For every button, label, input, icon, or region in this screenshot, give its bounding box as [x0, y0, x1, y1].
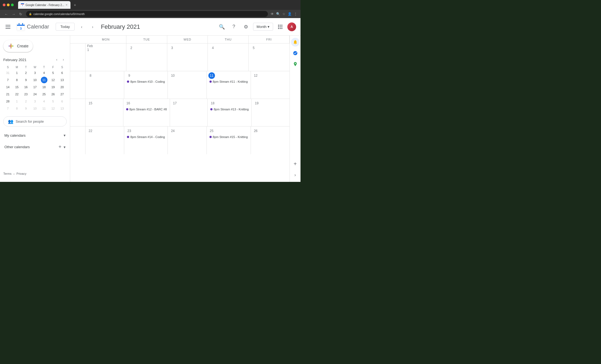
mini-day[interactable]: 8 — [14, 105, 20, 112]
day-number-11-today[interactable]: 11 — [208, 72, 215, 79]
view-selector[interactable]: Month ▾ — [253, 23, 273, 31]
day-number-4[interactable]: 4 — [209, 45, 216, 51]
mini-day[interactable]: 2 — [23, 98, 29, 105]
settings-button[interactable]: ⚙ — [241, 22, 251, 32]
cal-day-25[interactable]: 25 8pm Stream #15 - Knitting — [207, 127, 251, 154]
search-icon[interactable]: 🔍 — [276, 12, 280, 16]
cal-day-24[interactable]: 24 — [168, 127, 206, 154]
menu-icon[interactable]: ⋮ — [294, 12, 297, 16]
mini-day[interactable]: 7 — [5, 77, 11, 83]
cal-day-15[interactable]: 15 — [86, 99, 123, 126]
right-notifications-icon[interactable] — [291, 38, 300, 47]
cal-day-17[interactable]: 17 — [170, 99, 208, 126]
mini-day[interactable]: 13 — [59, 77, 66, 83]
cal-day-18[interactable]: 18 8pm Stream #13 - Knitting — [208, 99, 252, 126]
cal-day-2[interactable]: 2 — [126, 44, 167, 71]
cal-day-5[interactable]: 5 — [249, 44, 290, 71]
day-number-17[interactable]: 17 — [172, 100, 178, 107]
cal-day-11[interactable]: 11 8pm Stream #11 - Knitting — [207, 71, 251, 99]
mini-next-button[interactable]: › — [60, 56, 67, 63]
cal-day-8[interactable]: 8 — [86, 71, 124, 99]
mini-day[interactable]: 5 — [50, 98, 56, 105]
mini-day[interactable]: 12 — [50, 77, 56, 83]
day-number-3[interactable]: 3 — [169, 45, 175, 51]
event-stream14[interactable]: 8pm Stream #14 - Coding — [126, 135, 166, 139]
mini-day[interactable]: 31 — [5, 70, 11, 76]
search-button[interactable]: 🔍 — [217, 22, 227, 32]
mini-day[interactable]: 8 — [14, 77, 20, 83]
cal-day-4[interactable]: 4 — [208, 44, 249, 71]
mini-today[interactable]: 11 — [41, 77, 47, 83]
prev-month-button[interactable]: ‹ — [78, 23, 86, 31]
cal-day-9[interactable]: 9 8pm Stream #10 - Coding — [124, 71, 168, 99]
url-bar[interactable]: 🔒 calendar.google.com/calendar/u/0/r/mon… — [26, 11, 268, 17]
day-number-24[interactable]: 24 — [169, 128, 176, 134]
day-number-18[interactable]: 18 — [209, 100, 216, 107]
cal-day-10[interactable]: 10 — [168, 71, 206, 99]
other-calendars-header[interactable]: Other calendars + ▾ — [3, 142, 67, 152]
minimize-button[interactable] — [7, 4, 10, 6]
mini-day[interactable]: 28 — [5, 98, 11, 105]
cal-day-23[interactable]: 23 8pm Stream #14 - Coding — [124, 127, 168, 154]
new-tab-button[interactable]: + — [72, 3, 78, 7]
mini-day[interactable]: 3 — [32, 98, 38, 105]
event-stream12[interactable]: 8pm Stream #12 - BARC #8 — [125, 107, 168, 111]
close-button[interactable] — [3, 4, 5, 6]
mini-day[interactable]: 6 — [59, 70, 66, 76]
event-stream15[interactable]: 8pm Stream #15 - Knitting — [208, 135, 249, 139]
cal-day-22[interactable]: 22 — [86, 127, 124, 154]
next-month-button[interactable]: › — [89, 23, 97, 31]
right-tasks-icon[interactable] — [291, 49, 300, 58]
day-number-25[interactable]: 25 — [208, 128, 215, 134]
create-button[interactable]: Create — [3, 40, 33, 52]
mini-day[interactable]: 21 — [5, 91, 11, 98]
cal-day-12[interactable]: 12 — [251, 71, 290, 99]
my-calendars-header[interactable]: My calendars ▾ — [3, 131, 67, 140]
event-stream13[interactable]: 8pm Stream #13 - Knitting — [209, 107, 250, 111]
mini-day[interactable]: 9 — [23, 105, 29, 112]
mini-day[interactable]: 18 — [41, 84, 47, 90]
mini-day[interactable]: 1 — [14, 70, 20, 76]
right-expand-button[interactable]: › — [292, 170, 298, 180]
mini-prev-button[interactable]: ‹ — [53, 56, 60, 63]
apps-button[interactable] — [275, 22, 285, 32]
maximize-button[interactable] — [11, 4, 14, 6]
day-number-15[interactable]: 15 — [87, 100, 94, 107]
mini-day[interactable]: 6 — [59, 98, 66, 105]
mini-day[interactable]: 22 — [14, 91, 20, 98]
day-number-23[interactable]: 23 — [126, 128, 132, 134]
mini-day[interactable]: 12 — [50, 105, 56, 112]
mini-day[interactable]: 20 — [59, 84, 66, 90]
mini-day[interactable]: 25 — [41, 91, 47, 98]
day-number-19[interactable]: 19 — [253, 100, 260, 107]
day-number-8[interactable]: 8 — [87, 72, 94, 79]
mini-day[interactable]: 17 — [32, 84, 38, 90]
mini-day[interactable]: 4 — [41, 70, 47, 76]
privacy-link[interactable]: Privacy — [16, 172, 26, 175]
mini-day[interactable]: 3 — [32, 70, 38, 76]
mini-day[interactable]: 27 — [59, 91, 66, 98]
cal-day-16[interactable]: 16 8pm Stream #12 - BARC #8 — [123, 99, 170, 126]
cal-day-19[interactable]: 19 — [252, 99, 290, 126]
today-button[interactable]: Today — [56, 23, 75, 31]
mini-day[interactable]: 4 — [41, 98, 47, 105]
cal-day-feb1[interactable]: Feb 1 — [86, 44, 126, 71]
day-number-feb1[interactable]: Feb 1 — [87, 45, 94, 51]
mini-day[interactable]: 19 — [50, 84, 56, 90]
mini-day[interactable]: 24 — [32, 91, 38, 98]
day-number-10[interactable]: 10 — [169, 72, 176, 79]
extension-icon[interactable]: 👁 — [271, 12, 274, 16]
mini-day[interactable]: 26 — [50, 91, 56, 98]
mini-day[interactable]: 10 — [32, 77, 38, 83]
tab-close-icon[interactable]: ✕ — [66, 4, 68, 6]
mini-day[interactable]: 11 — [41, 105, 47, 112]
cal-day-26[interactable]: 26 — [251, 127, 290, 154]
day-number-12[interactable]: 12 — [253, 72, 259, 79]
event-stream10[interactable]: 8pm Stream #10 - Coding — [126, 79, 166, 84]
mini-day[interactable]: 9 — [23, 77, 29, 83]
reload-button[interactable]: ↻ — [18, 12, 23, 17]
mini-day[interactable]: 23 — [23, 91, 29, 98]
mini-day[interactable]: 14 — [5, 84, 11, 90]
right-add-button[interactable]: + — [291, 159, 300, 168]
day-number-2[interactable]: 2 — [128, 45, 135, 51]
